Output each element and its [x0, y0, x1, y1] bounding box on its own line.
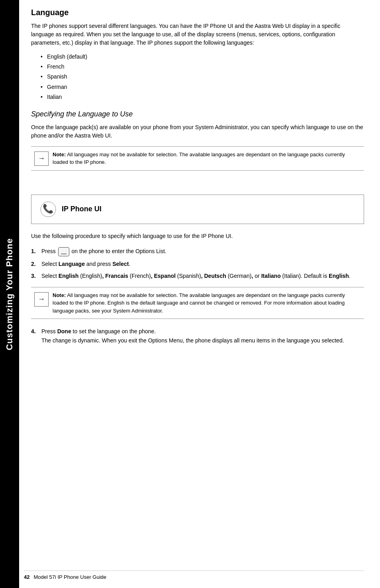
- footer: 42 Model 57i IP Phone User Guide: [24, 570, 364, 580]
- step-3: 3. Select English (English), Francais (F…: [31, 271, 364, 280]
- step-4-content: Press Done to set the language on the ph…: [41, 327, 364, 345]
- footer-page-number: 42: [24, 574, 29, 580]
- list-item: Italian: [47, 92, 364, 102]
- svg-text:📞: 📞: [43, 203, 54, 214]
- ip-phone-icon: 📞: [39, 201, 57, 218]
- step-3-content: Select English (English), Francais (Fren…: [41, 271, 364, 280]
- step-4: 4. Press Done to set the language on the…: [31, 327, 364, 345]
- language-list: English (default) French Spanish German …: [47, 52, 364, 102]
- list-item: German: [47, 82, 364, 92]
- ip-phone-ui-title: IP Phone UI: [62, 205, 102, 213]
- step-2-content: Select Language and press Select.: [41, 260, 364, 268]
- note-label-2: Note:: [53, 292, 66, 298]
- specifying-intro: Once the language pack(s) are available …: [31, 123, 364, 140]
- ip-phone-ui-box: 📞 IP Phone UI: [31, 195, 364, 224]
- procedure-intro: Use the following procedure to specify w…: [31, 232, 364, 240]
- note-arrow-icon-2: →: [34, 292, 49, 307]
- step-4-subtext: The change is dynamic. When you exit the…: [41, 337, 344, 344]
- main-content: Language The IP phones support several d…: [19, 0, 380, 588]
- done-label: Done: [57, 328, 71, 334]
- step-3-num: 3.: [31, 271, 39, 280]
- note-text-2: Note: All languages may not be available…: [53, 291, 361, 315]
- footer-doc-title: Model 57i IP Phone User Guide: [33, 574, 106, 580]
- list-item: French: [47, 62, 364, 72]
- note-label-1: Note:: [53, 151, 66, 157]
- note-text-1: Note: All languages may not be available…: [53, 151, 361, 166]
- step-4-container: 4. Press Done to set the language on the…: [31, 327, 364, 345]
- options-button-icon: ⎯⎯: [58, 247, 69, 256]
- step-2: 2. Select Language and press Select.: [31, 260, 364, 268]
- language-title: Language: [31, 8, 364, 17]
- note-content-1: All languages may not be available for s…: [53, 151, 345, 165]
- note-box-2: → Note: All languages may not be availab…: [31, 287, 364, 319]
- side-tab-label: Customizing Your Phone: [4, 238, 15, 350]
- list-item: Spanish: [47, 72, 364, 82]
- step-1-num: 1.: [31, 247, 39, 256]
- specifying-title: Specifying the Language to Use: [31, 110, 364, 118]
- step-1-content: Press ⎯⎯ on the phone to enter the Optio…: [41, 247, 364, 256]
- note-content-2: All languages may not be available for s…: [53, 292, 345, 314]
- list-item: English (default): [47, 52, 364, 62]
- side-tab: Customizing Your Phone: [0, 0, 19, 588]
- step-1: 1. Press ⎯⎯ on the phone to enter the Op…: [31, 247, 364, 256]
- step-4-text-rest: to set the language on the phone.: [73, 328, 156, 334]
- language-intro: The IP phones support several different …: [31, 22, 364, 47]
- step-2-num: 2.: [31, 260, 39, 268]
- note-arrow-icon: →: [34, 151, 49, 166]
- note-box-1: → Note: All languages may not be availab…: [31, 146, 364, 171]
- step-4-num: 4.: [31, 327, 39, 345]
- steps-list: 1. Press ⎯⎯ on the phone to enter the Op…: [31, 247, 364, 281]
- footer-content: 42 Model 57i IP Phone User Guide: [24, 574, 364, 580]
- page-container: Customizing Your Phone Language The IP p…: [0, 0, 380, 588]
